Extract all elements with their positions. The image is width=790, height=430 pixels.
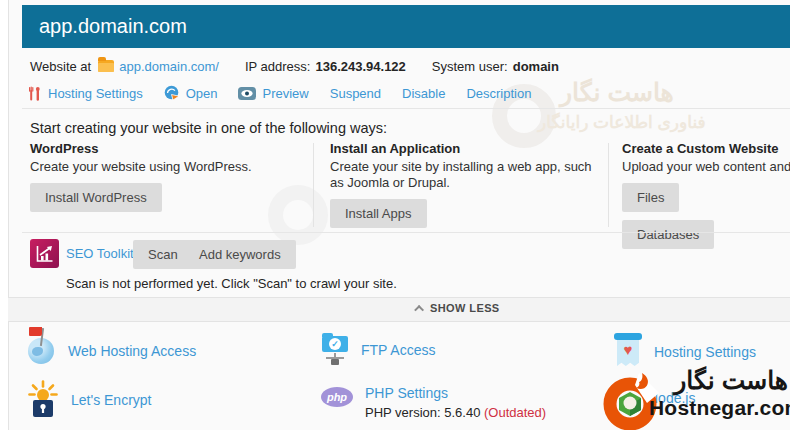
website-at-label: Website at: [30, 59, 91, 74]
description-link[interactable]: Description: [466, 86, 531, 101]
php-settings-item[interactable]: php PHP Settings PHP version: 5.6.40 (Ou…: [321, 385, 546, 420]
seo-scan-status: Scan is not performed yet. Click "Scan" …: [66, 276, 397, 291]
open-action[interactable]: Open: [164, 85, 218, 101]
web-hosting-access-item[interactable]: Web Hosting Access: [28, 334, 196, 364]
divider-top: [22, 108, 790, 109]
preview-action[interactable]: Preview: [238, 86, 308, 101]
databases-button[interactable]: Databases: [622, 220, 714, 249]
install-wordpress-button[interactable]: Install WordPress: [30, 183, 162, 212]
hosting-settings-link[interactable]: Hosting Settings: [48, 86, 143, 101]
system-user-value: domain: [513, 59, 559, 74]
php-version-text: PHP version: 5.6.40 (Outdated): [365, 405, 546, 420]
files-button[interactable]: Files: [622, 183, 679, 212]
column-divider-1: [313, 143, 314, 227]
create-website-heading: Start creating your website in one of th…: [30, 120, 387, 136]
php-logo-icon: php: [321, 387, 353, 407]
page-title: app.domain.com: [39, 15, 187, 38]
install-apps-button[interactable]: Install Apps: [330, 199, 427, 228]
lets-encrypt-lock-icon: [27, 380, 59, 420]
install-app-column: Install an Application Create your site …: [330, 141, 598, 228]
system-user-label: System user:: [432, 59, 508, 74]
disable-link[interactable]: Disable: [402, 86, 445, 101]
hostnegar-brand-en: Hostnegar.com: [649, 396, 790, 420]
folder-icon: [98, 60, 114, 72]
show-less-label: SHOW LESS: [430, 302, 500, 314]
web-hosting-access-link[interactable]: Web Hosting Access: [68, 343, 196, 359]
column-divider-2: [608, 143, 609, 227]
custom-website-title: Create a Custom Website: [622, 141, 790, 156]
open-site-icon: [164, 85, 180, 101]
seo-toolkit-link[interactable]: SEO Toolkit: [66, 246, 134, 261]
plesk-domain-page: هاست نگار فناوری اطلاعات رایانگار app.do…: [0, 0, 790, 430]
show-less-toggle[interactable]: SHOW LESS: [417, 302, 500, 314]
show-less-bar: [8, 297, 790, 322]
domain-info-row: Website at app.domain.com/ IP address: 1…: [30, 57, 790, 75]
suspend-link[interactable]: Suspend: [330, 86, 381, 101]
open-link[interactable]: Open: [186, 86, 218, 101]
add-keywords-button[interactable]: Add keywords: [184, 240, 296, 269]
php-settings-link[interactable]: PHP Settings: [365, 385, 448, 401]
install-app-description: Create your site by installing a web app…: [330, 159, 598, 191]
domain-actions-row: Hosting Settings Open Preview Suspend: [27, 84, 531, 102]
ftp-access-link[interactable]: FTP Access: [361, 342, 435, 358]
ip-address-value: 136.243.94.122: [315, 59, 405, 74]
tools-icon: [27, 86, 42, 101]
hosting-settings-scroll-icon: ♥: [614, 333, 642, 369]
preview-eye-icon: [238, 87, 256, 100]
wordpress-column: WordPress Create your website using Word…: [30, 141, 302, 212]
hostnegar-brand-fa: هاست نگار: [660, 366, 788, 395]
wordpress-description: Create your website using WordPress.: [30, 159, 302, 175]
domain-title-bar: app.domain.com: [22, 5, 790, 48]
hosting-settings-item[interactable]: ♥ Hosting Settings: [614, 333, 756, 369]
ftp-folder-icon: ✓: [321, 333, 349, 367]
lets-encrypt-link[interactable]: Let's Encrypt: [71, 392, 152, 408]
preview-link[interactable]: Preview: [262, 86, 308, 101]
install-app-title: Install an Application: [330, 141, 598, 156]
divider-seo: [22, 232, 790, 233]
hosting-settings-action[interactable]: Hosting Settings: [27, 86, 143, 101]
ip-address-label: IP address:: [245, 59, 311, 74]
custom-website-description: Upload your web content and a: [622, 159, 790, 175]
lets-encrypt-item[interactable]: Let's Encrypt: [27, 380, 152, 420]
seo-toolkit-icon: [30, 239, 59, 268]
globe-flag-icon: [28, 334, 56, 364]
ftp-access-item[interactable]: ✓ FTP Access: [321, 333, 435, 367]
website-root-link[interactable]: app.domain.com/: [119, 59, 219, 74]
hosting-settings-tool-link[interactable]: Hosting Settings: [654, 344, 756, 360]
wordpress-title: WordPress: [30, 141, 302, 156]
php-outdated-badge: (Outdated): [484, 405, 546, 420]
